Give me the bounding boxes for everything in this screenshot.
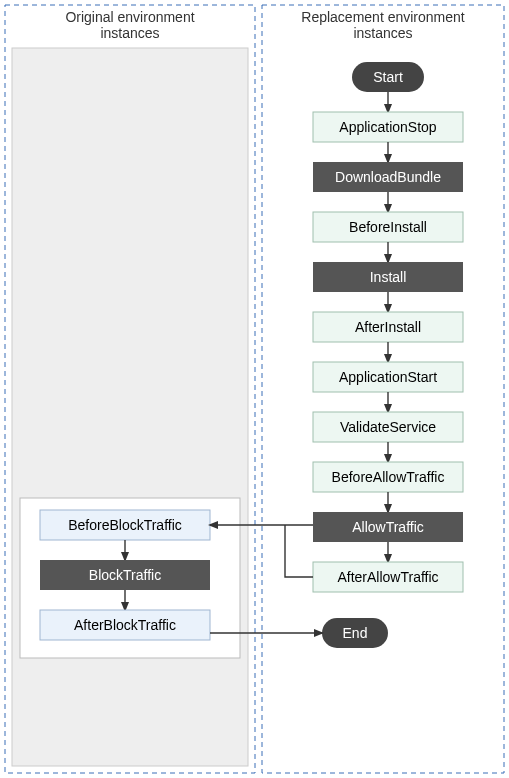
start-label: Start	[373, 69, 403, 85]
arrow-afterallow-to-beforeblock	[285, 525, 313, 577]
before-install-label: BeforeInstall	[349, 219, 427, 235]
right-header-line2: instances	[353, 25, 412, 41]
validate-service-node: ValidateService	[313, 412, 463, 442]
allow-traffic-label: AllowTraffic	[352, 519, 424, 535]
right-header-line1: Replacement environment	[301, 9, 465, 25]
after-block-traffic-node: AfterBlockTraffic	[40, 610, 210, 640]
after-install-label: AfterInstall	[355, 319, 421, 335]
block-traffic-node: BlockTraffic	[40, 560, 210, 590]
left-header-line1: Original environment	[65, 9, 194, 25]
before-install-node: BeforeInstall	[313, 212, 463, 242]
before-block-traffic-node: BeforeBlockTraffic	[40, 510, 210, 540]
after-install-node: AfterInstall	[313, 312, 463, 342]
end-label: End	[343, 625, 368, 641]
application-stop-node: ApplicationStop	[313, 112, 463, 142]
application-start-node: ApplicationStart	[313, 362, 463, 392]
application-stop-label: ApplicationStop	[339, 119, 437, 135]
after-allow-traffic-label: AfterAllowTraffic	[337, 569, 438, 585]
install-node: Install	[313, 262, 463, 292]
validate-service-label: ValidateService	[340, 419, 436, 435]
end-node: End	[322, 618, 388, 648]
allow-traffic-node: AllowTraffic	[313, 512, 463, 542]
flowchart-diagram: Original environment instances Replaceme…	[0, 0, 509, 778]
download-bundle-label: DownloadBundle	[335, 169, 441, 185]
download-bundle-node: DownloadBundle	[313, 162, 463, 192]
before-allow-traffic-node: BeforeAllowTraffic	[313, 462, 463, 492]
after-block-traffic-label: AfterBlockTraffic	[74, 617, 176, 633]
before-allow-traffic-label: BeforeAllowTraffic	[332, 469, 445, 485]
left-header-line2: instances	[100, 25, 159, 41]
install-label: Install	[370, 269, 407, 285]
after-allow-traffic-node: AfterAllowTraffic	[313, 562, 463, 592]
application-start-label: ApplicationStart	[339, 369, 437, 385]
start-node: Start	[352, 62, 424, 92]
before-block-traffic-label: BeforeBlockTraffic	[68, 517, 182, 533]
block-traffic-label: BlockTraffic	[89, 567, 161, 583]
